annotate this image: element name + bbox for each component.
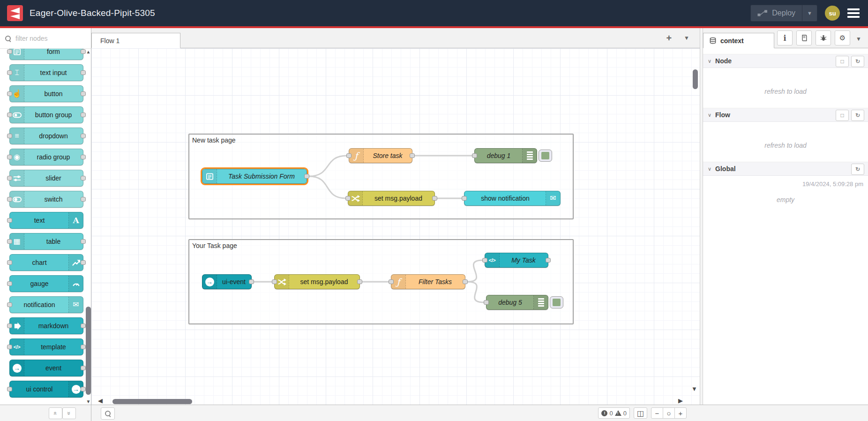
input-port[interactable]: [7, 239, 12, 244]
input-port[interactable]: [7, 281, 12, 286]
flow-canvas[interactable]: ◀ ▶ ▼ New task pageYour Task pageTask Su…: [91, 48, 700, 405]
canvas-hscrollbar-thumb[interactable]: [112, 399, 192, 404]
output-port[interactable]: [81, 260, 86, 265]
context-section-global[interactable]: ∨Global↻: [703, 162, 868, 176]
input-port[interactable]: [7, 302, 12, 307]
canvas-node-store[interactable]: ƒStore task: [349, 148, 412, 163]
canvas-node-debug1[interactable]: debug 1: [474, 148, 537, 163]
canvas-scroll-down-icon[interactable]: ▼: [691, 386, 697, 392]
palette-node-radio-group[interactable]: ◉radio group: [9, 149, 83, 165]
palette-node-text-input[interactable]: ⌶text input: [9, 64, 83, 81]
output-port[interactable]: [432, 196, 437, 201]
palette-node-markdown[interactable]: markdown: [9, 317, 83, 334]
palette-node-switch[interactable]: switch: [9, 191, 83, 208]
output-port[interactable]: [81, 387, 86, 391]
input-port[interactable]: [346, 153, 352, 158]
output-port[interactable]: [357, 279, 362, 284]
output-port[interactable]: [81, 345, 86, 349]
flow-status-badge[interactable]: ! 0 0: [598, 407, 629, 419]
zoom-in-button[interactable]: +: [674, 407, 687, 419]
output-port[interactable]: [463, 279, 468, 284]
canvas-node-uievent[interactable]: →ui-event: [202, 274, 252, 289]
output-port[interactable]: [81, 239, 86, 244]
output-port[interactable]: [81, 113, 86, 117]
output-port[interactable]: [81, 134, 86, 138]
palette-node-template[interactable]: </>template: [9, 338, 83, 355]
sidebar-tab-list-button[interactable]: ▼: [856, 36, 861, 42]
debug-toggle-button[interactable]: [550, 296, 563, 308]
output-port[interactable]: [81, 323, 86, 328]
canvas-search-button[interactable]: [101, 407, 115, 420]
sidebar-resize-handle[interactable]: [700, 28, 703, 405]
palette-node-table[interactable]: ▦table: [9, 233, 83, 250]
input-port[interactable]: [272, 279, 277, 284]
input-port[interactable]: [7, 323, 12, 328]
output-port[interactable]: [249, 279, 254, 284]
input-port[interactable]: [7, 49, 12, 54]
open-context-button[interactable]: □: [836, 56, 849, 67]
input-port[interactable]: [482, 258, 487, 263]
canvas-node-set2[interactable]: set msg.payload: [274, 274, 360, 289]
main-menu-button[interactable]: [847, 8, 860, 18]
palette-filter-input[interactable]: [15, 34, 77, 43]
deploy-options-caret[interactable]: ▼: [802, 5, 817, 21]
palette-node-slider[interactable]: slider: [9, 170, 83, 187]
input-port[interactable]: [462, 196, 467, 201]
output-port[interactable]: [81, 366, 86, 370]
palette-node-event[interactable]: →event: [9, 360, 83, 376]
canvas-scroll-right-icon[interactable]: ▶: [678, 398, 683, 404]
output-port[interactable]: [546, 258, 551, 263]
palette-node-ui-control[interactable]: →ui control: [9, 381, 83, 398]
output-port[interactable]: [81, 176, 86, 180]
palette-node-chart[interactable]: chart: [9, 254, 83, 271]
palette-scroll-up-icon[interactable]: ▲: [85, 50, 91, 54]
input-port[interactable]: [389, 279, 394, 284]
canvas-scroll-left-icon[interactable]: ◀: [98, 398, 103, 404]
canvas-node-mytask[interactable]: </>My Task: [485, 253, 548, 268]
palette-collapse-button[interactable]: «: [49, 407, 62, 419]
output-port[interactable]: [81, 91, 86, 96]
open-context-button[interactable]: □: [836, 110, 849, 121]
add-flow-button[interactable]: +: [666, 33, 672, 43]
context-section-flow[interactable]: ∨Flow□↻: [703, 108, 868, 122]
input-port[interactable]: [484, 300, 489, 305]
input-port[interactable]: [7, 134, 12, 138]
output-port[interactable]: [81, 155, 86, 159]
input-port[interactable]: [7, 260, 12, 265]
palette-node-button-group[interactable]: button group: [9, 106, 83, 123]
navigator-button[interactable]: ◫: [634, 407, 647, 419]
palette-expand-button[interactable]: »: [62, 407, 76, 419]
debug-toggle-button[interactable]: [539, 150, 552, 162]
input-port[interactable]: [7, 218, 12, 223]
tab-flow-1[interactable]: Flow 1: [91, 33, 180, 48]
palette-node-gauge[interactable]: gauge: [9, 275, 83, 292]
output-port[interactable]: [304, 174, 309, 179]
zoom-out-button[interactable]: −: [651, 407, 663, 419]
zoom-reset-button[interactable]: ○: [663, 407, 675, 419]
canvas-node-filter[interactable]: ƒFilter Tasks: [391, 274, 465, 289]
output-port[interactable]: [410, 153, 415, 158]
palette-node-form[interactable]: form: [9, 49, 83, 60]
canvas-node-debug5[interactable]: debug 5: [486, 295, 548, 310]
palette-node-button[interactable]: ☝button: [9, 85, 83, 102]
input-port[interactable]: [7, 345, 12, 349]
canvas-node-notif[interactable]: ✉show notification: [464, 191, 561, 206]
refresh-icon[interactable]: ↻: [851, 110, 864, 121]
input-port[interactable]: [7, 91, 12, 96]
deploy-button[interactable]: Deploy ▼: [750, 5, 817, 22]
input-port[interactable]: [7, 197, 12, 202]
output-port[interactable]: [81, 70, 86, 75]
palette-scrollbar-thumb[interactable]: [86, 307, 91, 395]
input-port[interactable]: [472, 153, 477, 158]
input-port[interactable]: [7, 387, 12, 391]
canvas-node-tsf[interactable]: Task Submission Form: [202, 169, 307, 184]
palette-node-dropdown[interactable]: ≡dropdown: [9, 128, 83, 144]
palette-node-text[interactable]: Atext: [9, 212, 83, 229]
canvas-vscrollbar-thumb[interactable]: [693, 69, 698, 89]
debug-tab-button[interactable]: [816, 30, 831, 45]
context-section-node[interactable]: ∨Node□↻: [703, 54, 868, 68]
canvas-node-set1[interactable]: set msg.payload: [348, 191, 435, 206]
input-port[interactable]: [7, 113, 12, 117]
flow-list-button[interactable]: ▼: [684, 35, 689, 41]
user-avatar[interactable]: su: [825, 6, 840, 21]
